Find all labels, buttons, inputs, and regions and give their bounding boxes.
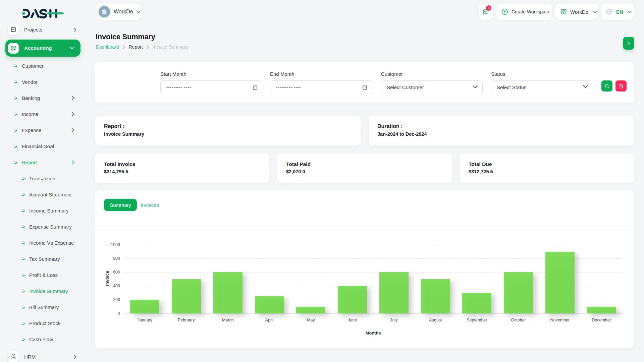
bar-december[interactable] [587, 307, 616, 314]
x-axis-tick-label: November [539, 318, 581, 322]
sidebar-item-projects[interactable]: Projects [0, 21, 87, 38]
sidebar-item-hrm[interactable]: HRM [0, 349, 87, 362]
sidebar-item-transaction[interactable]: Transaction [0, 170, 87, 186]
sidebar-item-expense-summary[interactable]: Expense Summary [0, 219, 87, 235]
total-invoice-card: Total Invoice $314,795.5 [95, 154, 269, 183]
report-label: Report : [104, 123, 124, 129]
reset-filter-button[interactable] [615, 80, 627, 92]
bar-february[interactable] [172, 279, 201, 314]
sidebar-item-accounting[interactable]: Accounting [5, 40, 80, 57]
chevron-down-icon [593, 10, 597, 13]
bar-november[interactable] [545, 252, 575, 314]
sidebar-item-label: Customer [22, 63, 44, 69]
sidebar-item-label: Financial Goal [22, 143, 54, 149]
download-button[interactable] [623, 37, 634, 50]
breadcrumb: Dashboard Report Invoice Summary [96, 44, 189, 50]
sidebar-item-financial-goal[interactable]: Financial Goal [0, 138, 87, 154]
x-axis-tick-label: July [373, 318, 415, 322]
sidebar-item-profit-loss[interactable]: Profit & Loss [0, 267, 87, 283]
start-month-input[interactable] [161, 81, 262, 94]
x-axis-tick [415, 313, 415, 315]
bar-april[interactable] [255, 296, 284, 313]
bar-may[interactable] [296, 307, 325, 314]
chevron-right-icon [74, 355, 76, 359]
workspace-menu[interactable]: WorkDo [555, 4, 598, 20]
customer-field: Select Customer [381, 80, 483, 94]
bar-october[interactable] [504, 272, 533, 313]
sidebar-item-label: Cash Flow [29, 337, 53, 342]
x-axis-title: Months [124, 330, 622, 336]
chevron-down-icon [627, 10, 632, 13]
sidebar-item-label: Vendor [22, 79, 38, 85]
sidebar-item-income[interactable]: Income [0, 106, 87, 122]
total-due-label: Total Due [469, 161, 492, 167]
chevron-right-icon [123, 45, 125, 49]
status-field: Select Status [491, 80, 593, 94]
messages-button[interactable]: 0 [479, 4, 493, 20]
sidebar-item-cash-flow[interactable]: Cash Flow [0, 331, 87, 347]
sidebar-item-income-vs-expense[interactable]: Income Vs Expense [0, 235, 87, 251]
chevron-right-icon [72, 96, 74, 100]
y-axis-tick-label: 1000 [100, 242, 120, 247]
x-axis-tick [207, 313, 208, 315]
plus-circle-icon [501, 8, 508, 15]
sidebar-item-label: Transaction [29, 176, 55, 181]
x-axis-tick-label: August [415, 318, 456, 322]
total-paid-value: $2,070.0 [286, 169, 305, 174]
sidebar-item-product-stock[interactable]: Product Stock [0, 315, 87, 331]
chevron-right-icon [72, 128, 74, 132]
bar-january[interactable] [130, 300, 159, 313]
status-select[interactable]: Select Status [491, 81, 593, 94]
duration-card: Duration : Jan-2024 to Dec-2024 [369, 116, 634, 145]
x-axis-tick [166, 313, 166, 315]
bar-june[interactable] [338, 286, 367, 313]
report-card: Report : Invoice Summary [95, 116, 361, 145]
total-invoice-value: $314,795.5 [104, 169, 128, 174]
total-due-value: $312,725.5 [469, 169, 493, 174]
breadcrumb-report[interactable]: Report [129, 44, 143, 50]
sidebar-item-invoice-summary[interactable]: Invoice Summary [0, 283, 87, 299]
tab-summary[interactable]: Summary [104, 199, 137, 211]
total-paid-label: Total Paid [286, 161, 311, 167]
x-axis-tick [539, 313, 540, 315]
sidebar-item-label: Bill Summary [29, 304, 59, 310]
sidebar-item-account-statement[interactable]: Account Statement [0, 186, 87, 202]
x-axis-tick [290, 313, 290, 315]
workspace-switcher[interactable]: WorkDo [97, 4, 141, 20]
bar-march[interactable] [213, 272, 243, 313]
y-axis-tick-label: 200 [100, 297, 120, 302]
dash-logo[interactable] [22, 9, 64, 19]
sidebar-item-customer[interactable]: Customer [0, 58, 87, 74]
chevron-down-icon [136, 10, 141, 13]
x-axis-tick [332, 313, 332, 315]
tab-invoices[interactable]: Invoices [141, 199, 159, 211]
sidebar-item-income-summary[interactable]: Income Summary [0, 202, 87, 219]
total-paid-card: Total Paid $2,070.0 [277, 154, 452, 183]
chat-count-badge: 0 [486, 5, 491, 11]
status-label: Status [491, 71, 505, 77]
sidebar-item-label: Profit & Loss [29, 272, 58, 278]
chevron-right-icon [72, 112, 74, 116]
bar-september[interactable] [462, 293, 491, 314]
bar-august[interactable] [421, 279, 450, 314]
end-month-input[interactable] [270, 81, 372, 94]
sidebar-item-tax-summary[interactable]: Tax Summary [0, 251, 87, 267]
sidebar-item-banking[interactable]: Banking [0, 90, 87, 106]
checkbox-icon [8, 24, 19, 35]
create-workspace-button[interactable]: Create Workspace [496, 4, 552, 20]
x-axis-tick-label: May [290, 318, 332, 322]
customer-select[interactable]: Select Customer [381, 81, 482, 94]
sidebar-item-label: Account Statement [29, 192, 72, 197]
bar-july[interactable] [379, 272, 409, 313]
language-selector[interactable]: EN [601, 4, 634, 20]
sidebar-item-report[interactable]: Report [0, 154, 87, 170]
sidebar-item-label: Banking [22, 95, 40, 101]
sidebar-item-vendor[interactable]: Vendor [0, 74, 87, 90]
sidebar-item-bill-summary[interactable]: Bill Summary [0, 299, 87, 315]
sidebar-item-expense[interactable]: Expense [0, 122, 87, 138]
apply-filter-button[interactable] [601, 80, 612, 92]
breadcrumb-dashboard[interactable]: Dashboard [96, 44, 119, 50]
x-axis-tick [373, 313, 374, 315]
sidebar-item-label: Report [22, 160, 37, 165]
x-axis-tick-label: September [456, 318, 498, 322]
